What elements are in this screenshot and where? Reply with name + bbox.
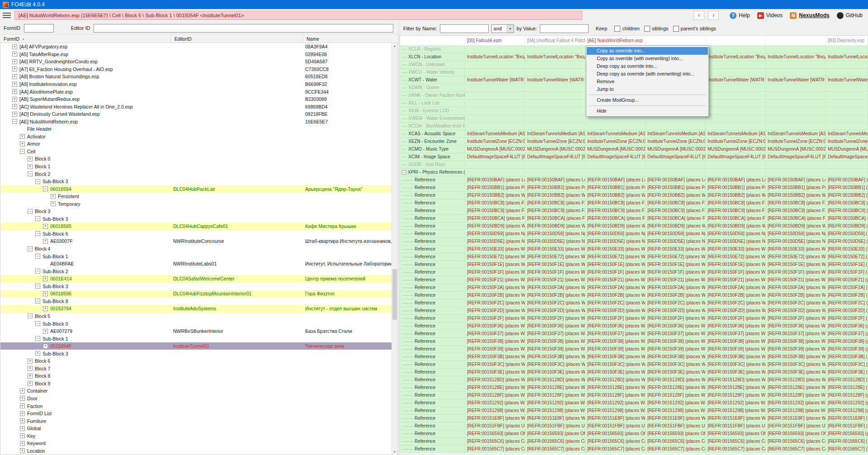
record-row[interactable]: Reference[REFR:00150F3B] (places Water10…: [400, 353, 868, 361]
tree-column-header-name[interactable]: Name: [303, 35, 398, 43]
menu-item[interactable]: Deep copy as override into...: [587, 62, 708, 70]
expand-plus-icon[interactable]: +: [20, 142, 25, 147]
collapse-minus-icon[interactable]: −: [28, 246, 33, 251]
view-column-header-6[interactable]: [B3] Depravity.esp: [826, 36, 868, 45]
filter-name-input[interactable]: [440, 24, 489, 33]
collapse-minus-icon[interactable]: −: [35, 216, 40, 221]
expand-plus-icon[interactable]: +: [12, 52, 17, 57]
filter-value-input[interactable]: [540, 24, 589, 33]
tree-row[interactable]: +06018596DLC04HubFizztopMountainInterior…: [0, 290, 397, 298]
tree-row[interactable]: +0601E414DLC04SafariWelcomeCenterЦентр п…: [0, 275, 397, 283]
checkbox-siblings[interactable]: [644, 26, 650, 32]
expand-plus-icon[interactable]: +: [12, 59, 17, 64]
tree-row[interactable]: +AE007279NWRBoSBunkerInteriorБаза Братст…: [0, 327, 397, 335]
expand-plus-icon[interactable]: +: [35, 351, 40, 356]
record-row[interactable]: Reference[REFR:00156593] (places OfficeD…: [400, 430, 868, 438]
record-row[interactable]: Reference[REFR:00150D5E] (places NpcCha.…: [400, 238, 868, 246]
tree-row[interactable]: File Header: [0, 125, 397, 133]
collapse-minus-icon[interactable]: −: [43, 186, 48, 191]
link-videos[interactable]: ▶Videos: [757, 12, 783, 19]
tree-row[interactable]: −Sub-Block 0: [0, 320, 397, 327]
tree-row[interactable]: +[A5] TatsAfterRape.esp02894E08: [0, 51, 397, 58]
tree-row[interactable]: −Sub-Block 1: [0, 252, 397, 260]
collapse-minus-icon[interactable]: −: [35, 254, 40, 259]
menu-item[interactable]: Jump to: [587, 85, 708, 93]
tree-scrollbar[interactable]: ▲ ▼: [392, 43, 397, 455]
tree-row[interactable]: +Sub-Block 3: [0, 350, 397, 357]
expand-plus-icon[interactable]: +: [43, 239, 48, 244]
record-row[interactable]: Reference[REFR:0015128F] (places Water10…: [400, 392, 868, 399]
tree-row[interactable]: +[A4] AFVPurgatory.esp08A3F9A4: [0, 43, 397, 51]
tree-row[interactable]: −Block 5: [0, 313, 397, 320]
tree-row[interactable]: +Block 1: [0, 163, 397, 171]
tree-row[interactable]: +FormID List: [0, 410, 397, 417]
expand-plus-icon[interactable]: +: [12, 66, 17, 71]
menu-item[interactable]: Remove: [587, 78, 708, 85]
expand-plus-icon[interactable]: +: [43, 329, 48, 334]
expand-plus-icon[interactable]: +: [20, 441, 25, 446]
collapse-minus-icon[interactable]: −: [28, 313, 33, 318]
expand-plus-icon[interactable]: +: [20, 433, 25, 438]
expand-plus-icon[interactable]: +: [20, 418, 25, 423]
tree-row[interactable]: −Sub-Block 1: [0, 335, 397, 342]
tree-row[interactable]: +Door: [0, 395, 397, 403]
view-column-header-2[interactable]: [AE] NukaWorldReborn.esp: [585, 36, 646, 45]
expand-plus-icon[interactable]: +: [28, 381, 33, 386]
record-row[interactable]: Reference[REFR:00150BCA] (places FXDrips…: [400, 215, 868, 223]
collapse-minus-icon[interactable]: −: [35, 269, 40, 274]
tree-row[interactable]: +[AD] Deviously Cursed Wasteland.esp0921…: [0, 110, 397, 118]
tree-row[interactable]: −Sub-Block 3: [0, 283, 397, 290]
expand-plus-icon[interactable]: +: [43, 276, 48, 281]
collapse-minus-icon[interactable]: −: [35, 231, 40, 236]
menu-item[interactable]: Deep copy as override (with overwriting)…: [587, 70, 708, 78]
record-row[interactable]: Reference[REFR:00150F21] (places Water10…: [400, 276, 868, 284]
tree-scrollbar-thumb[interactable]: [392, 269, 397, 320]
record-row[interactable]: Reference[REFR:001565C6] (places CageBu.…: [400, 438, 868, 446]
expand-plus-icon[interactable]: +: [28, 374, 33, 379]
record-row[interactable]: Reference[REFR:00150BB1] (places Prewar_…: [400, 184, 868, 192]
record-row[interactable]: Reference[REFR:00150F2F] (places Water10…: [400, 315, 868, 322]
expand-plus-icon[interactable]: +: [20, 134, 25, 139]
tree-row[interactable]: +Location: [0, 447, 397, 455]
collapse-minus-icon[interactable]: −: [20, 149, 25, 154]
expand-plus-icon[interactable]: +: [12, 97, 17, 102]
tree-row[interactable]: −Sub-Block 2: [0, 267, 397, 275]
link-github[interactable]: GitHub: [837, 12, 863, 19]
tree-row[interactable]: +[AB] SuperMutantRedux.espB2303089: [0, 95, 397, 103]
tree-row[interactable]: +[A8] Boston Natural Surroundings.esp605…: [0, 73, 397, 81]
tree-row[interactable]: +06018595DLC04HubCappysCafe01Кафе Мистер…: [0, 223, 397, 230]
tree-row[interactable]: −Block 3: [0, 208, 397, 215]
record-row[interactable]: Reference[REFR:00150E72] (places Water10…: [400, 253, 868, 261]
menu-item[interactable]: Copy as override into...: [587, 47, 708, 55]
collapse-minus-icon[interactable]: −: [35, 284, 40, 289]
tree-row[interactable]: AE04BFAENWRInstituteLabs01Институт, Испы…: [0, 260, 397, 268]
record-row[interactable]: Reference[REFR:00150BB2] (places WallEm.…: [400, 192, 868, 199]
record-row[interactable]: Reference[REFR:00150F2C] (places Water10…: [400, 299, 868, 307]
tree-row[interactable]: +Key: [0, 432, 397, 440]
tree-row[interactable]: −Block 2: [0, 170, 397, 178]
record-row[interactable]: Reference[REFR:00151292] (places Water10…: [400, 399, 868, 407]
expand-plus-icon[interactable]: +: [43, 306, 48, 311]
tree-row[interactable]: +Block 6: [0, 357, 397, 365]
tree-row[interactable]: +Block 0: [0, 155, 397, 163]
expand-plus-icon[interactable]: +: [28, 164, 33, 169]
record-row[interactable]: Reference[REFR:00150F2D] (places Water10…: [400, 307, 868, 315]
record-row[interactable]: Reference[REFR:001565C7] (places CageBu.…: [400, 446, 868, 453]
record-row[interactable]: XGDR - God Rays: [400, 161, 868, 169]
tree-row[interactable]: +Global: [0, 425, 397, 432]
record-row[interactable]: Reference[REFR:00150F3C] (places Water10…: [400, 361, 868, 369]
record-row[interactable]: Reference[REFR:00150BC8] (places FXDrips…: [400, 199, 868, 207]
tree-row[interactable]: +[AC] Wasteland Heroines Replacer All in…: [0, 103, 397, 110]
tree-row[interactable]: −Sub-Block 8: [0, 298, 397, 305]
link-nexusmods[interactable]: NNexusMods: [790, 12, 829, 19]
link-help[interactable]: ?Help: [730, 12, 750, 19]
expand-plus-icon[interactable]: +: [20, 426, 25, 431]
expand-plus-icon[interactable]: +: [28, 359, 33, 364]
scroll-down-icon[interactable]: ▼: [392, 449, 397, 455]
tree-row[interactable]: +Container: [0, 387, 397, 395]
view-column-header-3[interactable]: [646, 36, 706, 45]
expand-plus-icon[interactable]: +: [20, 396, 25, 401]
editorid-input[interactable]: [94, 24, 393, 33]
tree-row[interactable]: +[A9] InstituteInnovation.espB6699F32: [0, 81, 397, 88]
tree-row[interactable]: −Sub-Block 3: [0, 178, 397, 185]
